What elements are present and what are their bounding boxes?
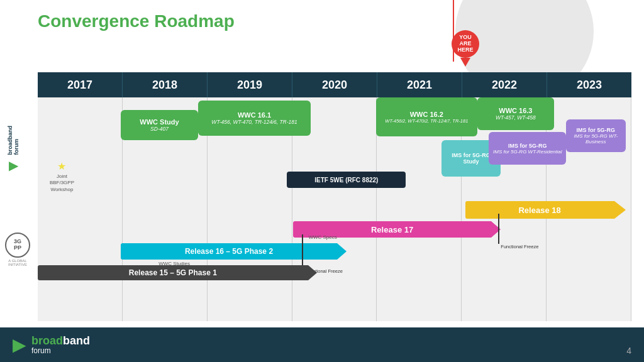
- ietf-box: IETF 5WE (RFC 8822): [287, 172, 406, 188]
- release-16-label: Release 16 – 5G Phase 2: [185, 247, 273, 256]
- wwc-161-box: WWC 16.1 WT-456, WT-470, TR-124i6, TR-18…: [198, 101, 311, 136]
- bbf-logo-text: broadbandforum: [8, 126, 20, 155]
- threegpp-label: A GLOBAL INITIATIVE: [5, 259, 30, 266]
- timeline-body: WWC Study SD-407 WWC 16.1 WT-456, WT-470…: [38, 97, 631, 321]
- ims-residential-title: IMS for 5G-RG: [508, 143, 547, 149]
- year-header-2023: 2023: [547, 72, 631, 97]
- release-15-label: Release 15 – 5G Phase 1: [129, 268, 217, 277]
- roadmap-items: WWC Study SD-407 WWC 16.1 WT-456, WT-470…: [38, 97, 631, 321]
- year-header-2019: 2019: [208, 72, 292, 97]
- you-are-here-pin: [460, 58, 470, 67]
- ims-business-title: IMS for 5G-RG: [577, 127, 616, 133]
- footer-arrow-icon: ▶: [13, 334, 26, 355]
- wwc-161-title: WWC 16.1: [238, 111, 271, 119]
- ims-business-sub: IMS for 5G-RG WT-Business: [570, 133, 621, 145]
- footer-logo-sub: forum: [31, 346, 90, 355]
- ff-label-17: Functional Freeze: [501, 244, 538, 250]
- release-16-arrow: Release 16 – 5G Phase 2: [121, 243, 347, 260]
- release-15-body: Release 15 – 5G Phase 1: [38, 265, 308, 280]
- footer-logo-text-group: broadband forum: [31, 335, 90, 355]
- wwc-study-title: WWC Study: [140, 118, 179, 126]
- release-16-arrow-head: [337, 243, 347, 260]
- release-17-label: Release 17: [371, 225, 413, 234]
- page-title: Convergence Roadmap: [38, 11, 235, 31]
- wwc-162-box: WWC 16.2 WT-456i2, WT-470i2, TR-124i7, T…: [376, 97, 477, 136]
- wwc-study-box: WWC Study SD-407: [121, 110, 198, 140]
- page-number: 4: [626, 346, 631, 356]
- wwc-162-sub: WT-456i2, WT-470i2, TR-124i7, TR-181: [385, 118, 468, 124]
- year-header-2020: 2020: [292, 72, 377, 97]
- wwc-study-sub: SD-407: [150, 126, 169, 132]
- wwc-161-sub: WT-456, WT-470, TR-124i6, TR-181: [211, 119, 297, 125]
- ietf-label: IETF 5WE (RFC 8822): [314, 177, 378, 184]
- wwc-163-title: WWC 16.3: [499, 107, 532, 114]
- ims-residential-sub: IMS for 5G-RG WT-Residential: [493, 149, 562, 155]
- release-18-body: Release 18: [465, 201, 614, 219]
- timeline-header: 2017 2018 2019 2020 2021 2022 2023: [38, 72, 631, 97]
- footer: ▶ broadband forum: [0, 327, 644, 362]
- release-18-arrow: Release 18: [465, 201, 626, 219]
- ims-residential-box: IMS for 5G-RG IMS for 5G-RG WT-Residenti…: [489, 132, 566, 165]
- release-18-label: Release 18: [518, 206, 560, 215]
- footer-logo-brand: broadband: [31, 335, 90, 346]
- year-header-2021: 2021: [377, 72, 462, 97]
- footer-logo: ▶ broadband forum: [13, 334, 90, 355]
- you-are-here-badge: YOUAREHERE: [452, 30, 479, 58]
- year-header-2018: 2018: [123, 72, 208, 97]
- timeline-container: 2017 2018 2019 2020 2021 2022 2023: [38, 72, 631, 321]
- bbf-logo: broadbandforum ▶: [8, 126, 20, 173]
- wwc-163-sub: WT-457, WT-458: [496, 114, 536, 121]
- release-16-body: Release 16 – 5G Phase 2: [121, 243, 337, 260]
- ims-business-box: IMS for 5G-RG IMS for 5G-RG WT-Business: [566, 119, 625, 152]
- threegpp-circle: 3GPP: [5, 233, 30, 258]
- joint-label: ★ JointBBF/3GPPWorkshop: [50, 160, 74, 193]
- ff-line-17: [498, 214, 499, 244]
- you-are-here-marker: YOUAREHERE: [452, 30, 479, 67]
- year-header-2017: 2017: [38, 72, 123, 97]
- ff-line-16: [302, 234, 303, 267]
- bbf-logo-arrow: ▶: [9, 158, 18, 173]
- release-18-arrow-head: [614, 201, 626, 219]
- year-header-2022: 2022: [462, 72, 547, 97]
- release-15-arrow-head: [308, 265, 317, 280]
- wwc-163-box: WWC 16.3 WT-457, WT-458: [477, 97, 555, 130]
- threegpp-logo: 3GPP A GLOBAL INITIATIVE: [5, 233, 30, 266]
- release-17-arrow-head: [491, 221, 501, 238]
- release-15-arrow: Release 15 – 5G Phase 1: [38, 265, 317, 280]
- wwc-162-title: WWC 16.2: [410, 111, 443, 118]
- joint-text: JointBBF/3GPPWorkshop: [50, 173, 74, 192]
